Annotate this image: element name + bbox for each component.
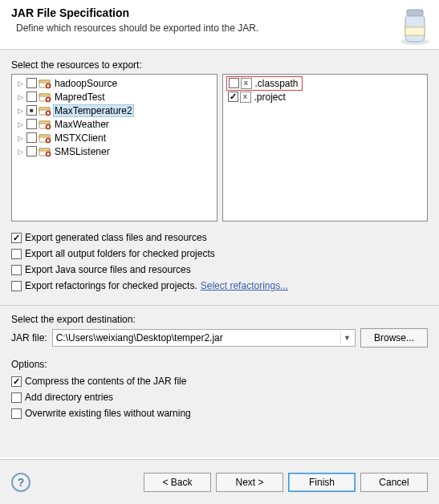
svg-rect-28 xyxy=(47,140,50,140)
expander-icon[interactable]: ▷ xyxy=(15,133,25,143)
svg-rect-25 xyxy=(39,135,50,137)
project-icon xyxy=(39,146,51,157)
expander-icon[interactable]: ▷ xyxy=(15,92,25,102)
svg-rect-8 xyxy=(47,85,50,86)
checkbox[interactable] xyxy=(26,91,37,102)
checkbox[interactable] xyxy=(26,78,37,88)
file-icon: X xyxy=(240,91,251,103)
checkbox[interactable] xyxy=(229,78,239,88)
checkbox[interactable] xyxy=(11,249,22,259)
option-row[interactable]: Compress the contents of the JAR file xyxy=(11,373,428,389)
checkbox[interactable] xyxy=(11,281,22,291)
checkbox[interactable] xyxy=(26,132,37,143)
svg-rect-13 xyxy=(47,99,50,100)
project-icon xyxy=(39,78,51,89)
file-item-label: .project xyxy=(253,91,287,103)
export-option[interactable]: Export refactorings for checked projects… xyxy=(11,278,428,294)
destination-row: JAR file: C:\Users\weixiang\Desktop\temp… xyxy=(11,328,428,348)
page-title: JAR File Specification xyxy=(11,6,428,19)
option-label: Export all output folders for checked pr… xyxy=(25,248,215,259)
expander-icon[interactable]: ▷ xyxy=(15,106,25,116)
checkbox[interactable] xyxy=(26,146,37,156)
tree-item[interactable]: ▷SMSListener xyxy=(14,144,215,158)
project-icon xyxy=(39,132,51,144)
svg-rect-33 xyxy=(47,153,50,154)
expander-icon[interactable]: ▷ xyxy=(15,147,25,156)
project-icon xyxy=(39,119,51,130)
tree-item[interactable]: ▷MaxTemperature2 xyxy=(14,104,215,117)
option-label: Compress the contents of the JAR file xyxy=(25,376,186,387)
svg-rect-20 xyxy=(39,121,50,124)
wizard-content: Select the resources to export: ▷hadoopS… xyxy=(0,50,439,457)
file-list-pane[interactable]: X .classpath X .project xyxy=(222,74,429,222)
tree-item[interactable]: ▷MaxWeather xyxy=(14,117,215,131)
file-item[interactable]: X .project xyxy=(225,90,426,104)
tree-item-label: MapredTest xyxy=(53,91,107,103)
jar-icon xyxy=(388,3,431,47)
svg-rect-10 xyxy=(39,94,50,96)
file-item[interactable]: X .classpath xyxy=(225,76,426,90)
highlight-box: X .classpath xyxy=(226,76,303,91)
option-label: Export refactorings for checked projects… xyxy=(25,280,197,291)
checkbox[interactable] xyxy=(11,233,22,243)
option-label: Overwrite existing files without warning xyxy=(25,408,191,419)
next-button[interactable]: Next > xyxy=(216,473,283,492)
export-option[interactable]: Export Java source files and resources xyxy=(11,262,428,278)
expander-icon[interactable]: ▷ xyxy=(15,79,25,88)
tree-item-label: MaxWeather xyxy=(53,119,111,130)
back-button[interactable]: < Back xyxy=(144,473,211,492)
tree-item[interactable]: ▷MapredTest xyxy=(14,90,215,104)
cancel-button[interactable]: Cancel xyxy=(360,473,428,492)
tree-item-label: MaxTemperature2 xyxy=(53,104,134,117)
export-option[interactable]: Export generated class files and resourc… xyxy=(11,230,428,246)
checkbox[interactable] xyxy=(228,91,238,102)
jar-file-label: JAR file: xyxy=(11,332,47,343)
project-tree-pane[interactable]: ▷hadoopSource▷MapredTest▷MaxTemperature2… xyxy=(11,74,217,222)
option-label: Export generated class files and resourc… xyxy=(25,232,207,243)
option-label: Export Java source files and resources xyxy=(25,264,191,275)
tree-item-label: hadoopSource xyxy=(53,78,119,89)
file-icon: X xyxy=(241,78,252,89)
svg-rect-30 xyxy=(39,148,50,151)
destination-group-label: Select the export destination: xyxy=(11,314,428,325)
export-options: Export generated class files and resourc… xyxy=(11,230,428,294)
checkbox[interactable] xyxy=(26,119,37,129)
svg-rect-3 xyxy=(405,27,425,35)
checkbox[interactable] xyxy=(11,392,22,403)
wizard-header: JAR File Specification Define which reso… xyxy=(0,0,439,50)
select-refactorings-link[interactable]: Select refactorings... xyxy=(201,280,288,291)
options-group-label: Options: xyxy=(11,359,428,370)
help-icon[interactable]: ? xyxy=(11,473,30,492)
svg-rect-5 xyxy=(39,80,50,83)
tree-item-label: SMSListener xyxy=(53,146,112,157)
wizard-footer: ? < Back Next > Finish Cancel xyxy=(0,459,439,504)
option-label: Add directory entries xyxy=(25,392,113,403)
file-item-label: .classpath xyxy=(254,78,300,89)
svg-rect-18 xyxy=(47,112,50,113)
tree-item-label: MSTXClient xyxy=(53,132,108,144)
page-subtitle: Define which resources should be exporte… xyxy=(11,22,428,34)
separator xyxy=(0,305,439,306)
project-icon xyxy=(39,91,51,103)
option-row[interactable]: Add directory entries xyxy=(11,389,428,405)
jar-file-combo[interactable]: C:\Users\weixiang\Desktop\temper2.jar ▼ xyxy=(52,329,356,347)
jar-file-value: C:\Users\weixiang\Desktop\temper2.jar xyxy=(56,332,223,343)
resources-label: Select the resources to export: xyxy=(11,59,428,71)
checkbox[interactable] xyxy=(11,376,22,387)
tree-item[interactable]: ▷hadoopSource xyxy=(14,76,215,90)
resource-picker: ▷hadoopSource▷MapredTest▷MaxTemperature2… xyxy=(11,74,428,222)
finish-button[interactable]: Finish xyxy=(288,473,356,492)
expander-icon[interactable]: ▷ xyxy=(15,120,25,129)
browse-button[interactable]: Browse... xyxy=(360,328,428,348)
checkbox[interactable] xyxy=(11,265,22,275)
export-option[interactable]: Export all output folders for checked pr… xyxy=(11,246,428,262)
svg-rect-15 xyxy=(39,108,50,110)
project-icon xyxy=(39,105,51,116)
chevron-down-icon[interactable]: ▼ xyxy=(340,331,353,344)
tree-item[interactable]: ▷MSTXClient xyxy=(14,131,215,144)
option-row[interactable]: Overwrite existing files without warning xyxy=(11,405,428,421)
checkbox[interactable] xyxy=(11,408,22,419)
checkbox[interactable] xyxy=(26,105,37,116)
options-group: Compress the contents of the JAR fileAdd… xyxy=(11,373,428,421)
svg-rect-2 xyxy=(407,10,423,16)
